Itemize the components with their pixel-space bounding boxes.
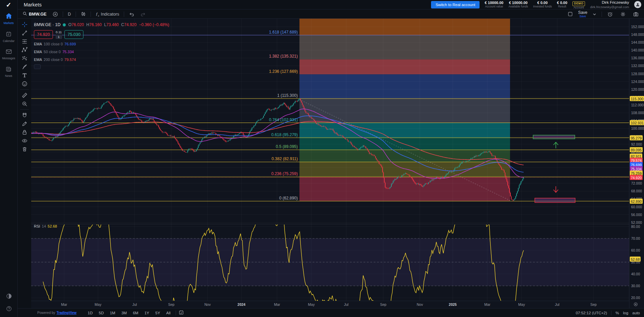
range-1y[interactable]: 1Y bbox=[142, 310, 152, 316]
page-title: Markets bbox=[24, 2, 42, 7]
drawing-mode-tool-icon[interactable] bbox=[19, 120, 30, 128]
rsi-tick: 20.00 bbox=[631, 296, 640, 300]
zoom-in-tool-icon[interactable] bbox=[19, 100, 30, 108]
save-label: Save bbox=[578, 10, 587, 15]
account-stat: € 0.00Result bbox=[557, 1, 567, 8]
sidebar-item-news[interactable]: News bbox=[0, 63, 17, 81]
sidebar-item-markets[interactable]: Markets bbox=[0, 9, 17, 28]
chart-style-candles-icon[interactable] bbox=[79, 10, 88, 18]
indicators-button[interactable]: ƒx Indicators bbox=[94, 10, 121, 18]
chart-plot-area[interactable]: 1.618 (147.689)1.382 (135.321)1.236 (127… bbox=[31, 19, 629, 301]
undo-icon[interactable] bbox=[127, 11, 136, 18]
measure-ruler-tool-icon[interactable] bbox=[19, 91, 30, 100]
stat-label: Account value bbox=[485, 5, 503, 8]
powered-by-label: Powered by bbox=[37, 311, 55, 315]
magnet-mode-tool-icon[interactable] bbox=[19, 111, 30, 120]
bottom-bar: Powered by TradingView 1D5D1M3M6M1Y5YAll… bbox=[18, 308, 644, 317]
price-tick: 68.000 bbox=[631, 189, 642, 193]
range-1d[interactable]: 1D bbox=[85, 310, 95, 316]
time-tick: Jul bbox=[132, 302, 137, 307]
account-stat: € 0.00Invested funds bbox=[533, 1, 552, 8]
svg-text:1 (115.300): 1 (115.300) bbox=[277, 93, 298, 98]
sidebar-item-messages[interactable]: Messages bbox=[0, 46, 17, 63]
price-axis[interactable]: 152.000148.000144.000140.000136.000132.0… bbox=[629, 19, 644, 308]
buy-button[interactable]: 75.030 bbox=[64, 30, 83, 39]
news-icon bbox=[6, 66, 12, 73]
log-scale-toggle[interactable]: log bbox=[623, 311, 628, 315]
sidebar-item-calendar[interactable]: Calendar bbox=[0, 28, 17, 46]
hide-drawings-tool-icon[interactable] bbox=[19, 136, 30, 145]
user-name: Dirk Friczewsky bbox=[590, 0, 629, 5]
rsi-tick: 60.00 bbox=[631, 248, 640, 252]
range-5d[interactable]: 5D bbox=[96, 310, 106, 316]
text-tool-icon[interactable] bbox=[19, 71, 30, 80]
switch-to-real-account-button[interactable]: Switch to Real account bbox=[431, 1, 480, 8]
price-label-chip: 95.279 bbox=[630, 135, 643, 141]
indicator-row-ema-200[interactable]: EMA200 close 079.574 bbox=[34, 57, 169, 62]
sidebar-item-label: News bbox=[5, 74, 12, 78]
trend-line-tool-icon[interactable] bbox=[19, 29, 30, 37]
ohlc-h: H76.160 bbox=[86, 22, 102, 27]
legend-collapse-chevron-up-icon[interactable] bbox=[34, 64, 41, 69]
price-label-chip: 62.890 bbox=[630, 199, 643, 204]
price-tick: 60.000 bbox=[631, 205, 642, 209]
time-axis[interactable]: MarMayJulSepNov2024MarMayJulSepNov2025Ma… bbox=[31, 301, 629, 308]
go-to-date-calendar-icon[interactable] bbox=[179, 310, 184, 316]
interval-button[interactable]: D bbox=[66, 11, 73, 18]
chart-legend: BMW.GE · 1D O76.020H76.160L73.460C74.920… bbox=[34, 22, 169, 69]
help-icon[interactable] bbox=[6, 306, 12, 313]
clock-timezone[interactable]: 07:52:12 (UTC+2) bbox=[576, 311, 607, 315]
range-3m[interactable]: 3M bbox=[119, 310, 129, 316]
market-status-dot-icon[interactable] bbox=[63, 23, 66, 26]
indicator-row-ema-100[interactable]: EMA100 close 076.699 bbox=[34, 41, 169, 47]
app-logo[interactable]: ✓ bbox=[0, 0, 17, 9]
save-menu-chevron-down-icon[interactable] bbox=[591, 12, 598, 17]
svg-text:1.382 (135.321): 1.382 (135.321) bbox=[269, 54, 298, 59]
auto-scale-toggle[interactable]: auto bbox=[632, 311, 640, 315]
forecast-tool-icon[interactable] bbox=[19, 54, 30, 63]
time-tick: May bbox=[308, 302, 315, 307]
compare-add-symbol-icon[interactable] bbox=[51, 10, 60, 18]
fib-retracement-tool-icon[interactable] bbox=[19, 37, 30, 46]
crosshair-tool-icon[interactable] bbox=[19, 20, 30, 29]
time-tick: May bbox=[518, 302, 525, 307]
rsi-value: 52.68 bbox=[48, 224, 57, 228]
indicator-row-ema-50[interactable]: EMA50 close 075.334 bbox=[34, 49, 169, 55]
sell-button[interactable]: 74.920 bbox=[34, 30, 53, 39]
save-button[interactable]: Save Save bbox=[578, 10, 587, 18]
legend-symbol-interval[interactable]: BMW.GE · 1D bbox=[34, 22, 60, 27]
tradingview-link[interactable]: TradingView bbox=[57, 311, 77, 315]
xabcd-pattern-tool-icon[interactable] bbox=[19, 46, 30, 54]
time-tick: Mar bbox=[484, 302, 490, 307]
svg-text:0 (62.890): 0 (62.890) bbox=[279, 196, 298, 200]
theme-contrast-icon[interactable] bbox=[6, 293, 12, 300]
rsi-legend[interactable]: RSI 14 52.68 bbox=[34, 224, 57, 228]
price-label-chip: 102.931 bbox=[630, 120, 644, 125]
brush-tool-icon[interactable] bbox=[19, 63, 30, 71]
price-tick: 144.000 bbox=[631, 40, 644, 44]
remove-drawings-tool-icon[interactable] bbox=[19, 145, 30, 153]
multichart-layout-icon[interactable] bbox=[566, 10, 575, 18]
screenshot-camera-icon[interactable] bbox=[631, 10, 641, 18]
axis-settings-icon[interactable] bbox=[633, 302, 638, 308]
indicator-value: 76.699 bbox=[64, 42, 76, 46]
symbol-search-button[interactable]: BMW.GE bbox=[20, 10, 48, 18]
redo-icon[interactable] bbox=[138, 11, 148, 18]
range-6m[interactable]: 6M bbox=[131, 310, 141, 316]
percent-scale-toggle[interactable]: % bbox=[616, 311, 619, 315]
save-status: Save bbox=[580, 15, 586, 18]
ohlc-l: L73.460 bbox=[104, 22, 119, 27]
quantity-chip[interactable]: 1 bbox=[56, 35, 62, 39]
user-avatar-icon[interactable] bbox=[634, 1, 641, 8]
time-tick: Sep bbox=[168, 302, 175, 307]
range-5y[interactable]: 5Y bbox=[153, 310, 162, 316]
range-1m[interactable]: 1M bbox=[108, 310, 118, 316]
settings-gear-icon[interactable] bbox=[618, 10, 628, 18]
lock-drawings-tool-icon[interactable] bbox=[19, 128, 30, 136]
alert-clock-icon[interactable] bbox=[605, 10, 615, 18]
range-all[interactable]: All bbox=[164, 310, 173, 316]
time-tick: Jul bbox=[555, 302, 559, 307]
left-nav: ✓ MarketsCalendarMessagesNews bbox=[0, 0, 18, 317]
time-tick: Nov bbox=[204, 302, 211, 307]
emoji-tool-icon[interactable] bbox=[19, 80, 30, 88]
